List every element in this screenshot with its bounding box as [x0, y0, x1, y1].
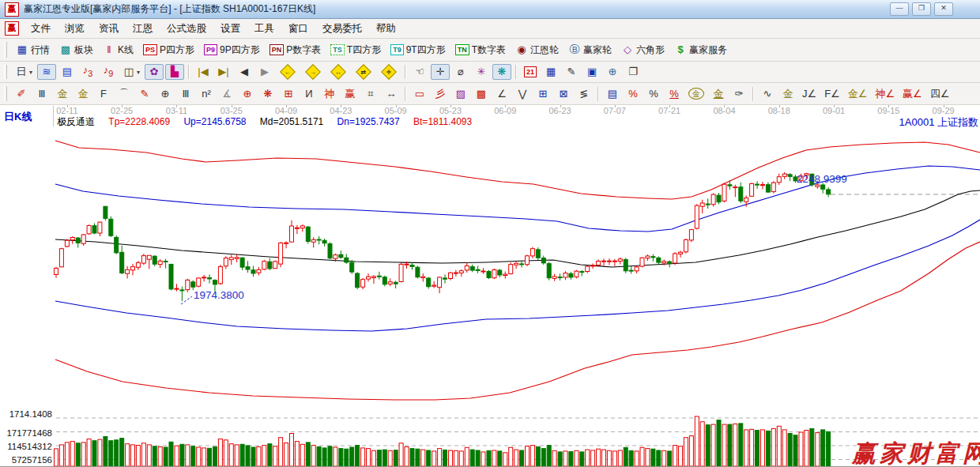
- tool-gold-circle[interactable]: 金: [685, 86, 707, 101]
- tool-last-bar[interactable]: ▶|: [214, 64, 233, 80]
- tool-crosshair[interactable]: ✛: [431, 64, 450, 80]
- tool-wave-tool[interactable]: ∿: [758, 86, 777, 102]
- tool-t-number-table[interactable]: TNT数字表: [450, 43, 511, 58]
- tool-zoom-fit[interactable]: ↔: [326, 63, 350, 81]
- tool-note-9[interactable]: ♪9: [99, 62, 118, 81]
- menu-help[interactable]: 帮助: [369, 20, 403, 38]
- tool-golden-section-v[interactable]: 金: [74, 86, 92, 102]
- tool-candle-style[interactable]: ◫▾: [119, 64, 143, 80]
- tool-time-cycle-lines[interactable]: Ⅲ: [32, 86, 51, 102]
- tool-t-square[interactable]: TST四方形: [326, 43, 386, 58]
- tool-gold-line[interactable]: 金: [709, 86, 728, 102]
- tool-fib-lines[interactable]: F: [94, 86, 113, 102]
- tool-p-square[interactable]: PSP四方形: [138, 43, 199, 58]
- tool-scroll-right[interactable]: →: [301, 63, 325, 81]
- tool-f-angle[interactable]: F∠: [821, 86, 843, 102]
- tool-percent[interactable]: %: [644, 86, 663, 102]
- tool-info-panel[interactable]: ▤: [58, 64, 77, 80]
- candle-style-dropdown-icon[interactable]: ▾: [137, 69, 140, 76]
- maximize-button[interactable]: ❐: [912, 2, 931, 16]
- tool-web-sync[interactable]: ⊕: [603, 64, 622, 80]
- menu-formula-stock-pick[interactable]: 公式选股: [160, 20, 213, 38]
- tool-winner-service[interactable]: $赢家服务: [669, 43, 732, 58]
- tool-gann-wheel[interactable]: ◉江恩轮: [511, 43, 564, 58]
- menu-file[interactable]: 文件: [24, 20, 58, 38]
- tool-calendar[interactable]: 21: [521, 65, 540, 79]
- tool-golden-section-h[interactable]: 金: [53, 86, 72, 102]
- tool-grid-arrow[interactable]: ⊠: [554, 86, 573, 102]
- tool-winner-wheel[interactable]: Ⓑ赢家轮: [564, 43, 616, 58]
- menu-settings[interactable]: 设置: [213, 20, 247, 38]
- tool-9t-square[interactable]: T99T四方形: [386, 43, 450, 58]
- tool-note-3[interactable]: ♪3: [78, 62, 97, 81]
- tool-box-fan-purple[interactable]: ▨: [451, 86, 470, 102]
- tool-star-tool[interactable]: ✳: [472, 64, 491, 80]
- tool-ying-angle[interactable]: 赢∠: [899, 86, 925, 102]
- tool-print[interactable]: ❐: [624, 64, 643, 80]
- menu-news[interactable]: 资讯: [92, 20, 126, 38]
- tool-draw-pen[interactable]: ✐: [12, 86, 31, 102]
- tool-n-square[interactable]: n²: [197, 86, 216, 102]
- tool-p-number-table[interactable]: PNP数字表: [265, 43, 326, 58]
- tool-angle-measure[interactable]: ⌀: [451, 64, 470, 80]
- menu-tools[interactable]: 工具: [247, 20, 281, 38]
- tool-box-measure[interactable]: ▭: [410, 86, 429, 102]
- tool-period-day[interactable]: 日▾: [12, 64, 36, 80]
- tool-pan-hand[interactable]: ☜: [410, 64, 429, 80]
- tool-percent-line[interactable]: %: [665, 86, 684, 102]
- tool-parallel-lines[interactable]: ≶: [575, 86, 594, 102]
- tool-gann-grid-box[interactable]: ⊞: [279, 86, 298, 102]
- tool-zoom-out[interactable]: ✛: [377, 63, 401, 81]
- tool-volume-profile[interactable]: ▙: [165, 64, 184, 80]
- tool-cycle-circle[interactable]: ⊕: [156, 86, 175, 102]
- period-day-dropdown-icon[interactable]: ▾: [29, 69, 32, 76]
- menu-trade-order[interactable]: 交易委托: [315, 20, 369, 38]
- tool-shen-tool[interactable]: 神: [320, 86, 339, 102]
- tool-gold-angle[interactable]: 金∠: [845, 86, 871, 102]
- tool-gold-box[interactable]: 金: [778, 86, 797, 102]
- tool-9p-square[interactable]: P99P四方形: [199, 43, 265, 58]
- tool-next-bar[interactable]: ▶: [255, 64, 274, 80]
- tool-first-bar[interactable]: |◀: [194, 64, 213, 80]
- tool-calculator[interactable]: ▦: [541, 64, 560, 80]
- tool-ying-tool[interactable]: 赢: [341, 86, 360, 102]
- tool-time-lines[interactable]: Ⅲ: [176, 86, 195, 102]
- tool-ruler-123[interactable]: ⌗: [361, 86, 380, 102]
- minimize-button[interactable]: —: [890, 2, 909, 16]
- tool-angle-lines[interactable]: ∠: [492, 86, 511, 102]
- tool-prev-bar[interactable]: ◀: [235, 64, 254, 80]
- tool-swing-mark[interactable]: И: [300, 86, 318, 102]
- tool-save[interactable]: ▣: [582, 64, 601, 80]
- tool-trend-angle[interactable]: ∡: [217, 86, 236, 102]
- tool-pattern-overlay[interactable]: ✿: [145, 64, 164, 80]
- tool-measure-width[interactable]: ↔: [382, 86, 401, 102]
- tool-box-fan-red[interactable]: ▩: [472, 86, 491, 102]
- tool-channel-overlay[interactable]: ≋: [37, 64, 56, 80]
- menu-browse[interactable]: 浏览: [58, 20, 92, 38]
- chart-canvas[interactable]: 1714.1408 171771468 114514312 57257156 2…: [0, 127, 980, 467]
- tool-gann-fan[interactable]: 彡: [431, 86, 450, 102]
- menu-window[interactable]: 窗口: [281, 20, 315, 38]
- tool-zigzag-wave[interactable]: ⋁: [513, 86, 532, 102]
- tool-price-ladder[interactable]: ▤: [603, 86, 622, 102]
- tool-kline[interactable]: ‖K线: [98, 43, 138, 58]
- tool-zoom-in[interactable]: ⇄: [352, 63, 375, 81]
- tool-smart-analysis[interactable]: ❋: [492, 64, 511, 80]
- tool-sectors[interactable]: ▩板块: [55, 43, 98, 58]
- tool-circle-cross[interactable]: ⊕: [238, 86, 257, 102]
- tool-hexagon[interactable]: ◇六角形: [616, 43, 669, 58]
- tool-ink-pen[interactable]: ✑: [729, 86, 748, 102]
- tool-j-angle[interactable]: J∠: [799, 86, 820, 102]
- tool-four-angle[interactable]: 四∠: [927, 86, 953, 102]
- tool-shen-angle[interactable]: 神∠: [872, 86, 898, 102]
- kline-chart[interactable]: 1714.1408 171771468 114514312 57257156 2…: [0, 127, 980, 467]
- tool-gann-starburst[interactable]: ❋: [258, 86, 277, 102]
- close-button[interactable]: ✕: [934, 2, 953, 16]
- tool-quotes[interactable]: ▦行情: [11, 43, 55, 58]
- tool-percent-zone[interactable]: %: [624, 86, 643, 102]
- tool-scroll-left[interactable]: ←: [276, 63, 300, 81]
- tool-memo[interactable]: ✎: [562, 64, 581, 80]
- tool-spiral[interactable]: ⌒: [115, 86, 134, 102]
- menu-gann[interactable]: 江恩: [126, 20, 160, 38]
- tool-marker-pen[interactable]: ✎: [135, 86, 154, 102]
